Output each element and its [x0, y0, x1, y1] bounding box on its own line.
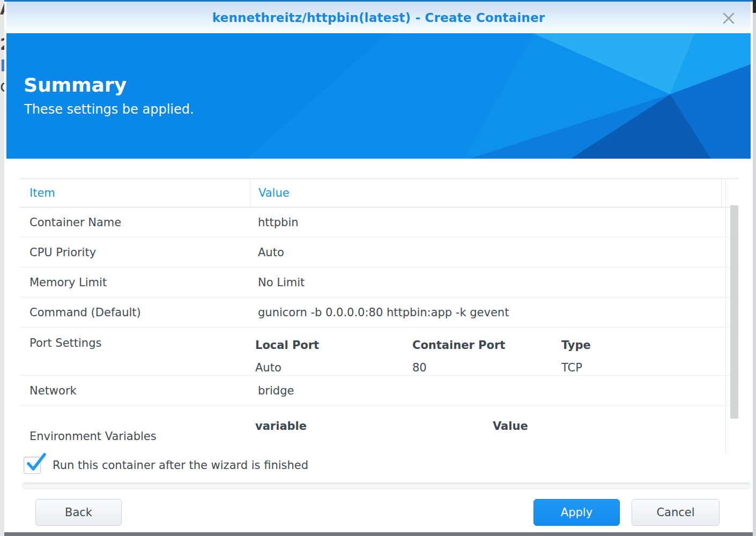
cancel-button[interactable]: Cancel — [632, 499, 720, 526]
table-row-network: Network bridge — [20, 376, 739, 406]
item-value: gunicorn -b 0.0.0.0:80 httpbin:app -k ge… — [250, 306, 509, 319]
item-value: No Limit — [250, 276, 305, 289]
horizontal-scrollbar[interactable] — [21, 482, 751, 489]
table-row-command: Command (Default) gunicorn -b 0.0.0.0:80… — [20, 297, 739, 327]
column-header-value[interactable]: Value — [250, 179, 721, 207]
summary-table: Item Value Container Name httpbin CPU Pr… — [20, 178, 739, 455]
banner-subheading: These settings be applied. — [24, 102, 194, 117]
checkmark-icon — [25, 452, 46, 472]
table-row-cpu-priority: CPU Priority Auto — [20, 237, 739, 267]
item-label: Command (Default) — [20, 306, 250, 319]
screen: A 2 R o kennethreitz/httpbin(latest) - C… — [0, 0, 756, 536]
column-header-spacer — [721, 179, 739, 207]
table-row-environment-variables: Environment Variables variable Value — [20, 406, 739, 455]
port-subheader-type: Type — [561, 339, 591, 352]
item-label: Memory Limit — [20, 276, 250, 289]
wizard-banner: Summary These settings be applied. — [6, 33, 751, 159]
vertical-scrollbar-thumb[interactable] — [730, 205, 738, 419]
background-right-strip — [753, 0, 756, 536]
port-subheader-container-port: Container Port — [412, 339, 505, 352]
env-subheader-value: Value — [493, 420, 528, 433]
apply-button[interactable]: Apply — [533, 499, 620, 526]
back-button[interactable]: Back — [35, 499, 122, 526]
env-subheader-variable: variable — [255, 420, 307, 433]
column-header-item[interactable]: Item — [20, 179, 250, 207]
dialog-title: kennethreitz/httpbin(latest) - Create Co… — [212, 11, 545, 25]
run-after-wizard-checkbox[interactable] — [24, 457, 41, 474]
item-label: Network — [20, 384, 250, 397]
port-value-type: TCP — [561, 361, 582, 374]
table-header-row: Item Value — [20, 178, 739, 207]
port-value-local: Auto — [255, 361, 281, 374]
item-label: Container Name — [20, 216, 250, 229]
create-container-dialog: kennethreitz/httpbin(latest) - Create Co… — [4, 0, 753, 532]
dialog-titlebar: kennethreitz/httpbin(latest) - Create Co… — [6, 2, 751, 33]
table-right-column-divider — [725, 178, 726, 455]
item-label: CPU Priority — [20, 246, 250, 259]
item-value: Auto — [250, 246, 284, 259]
banner-heading: Summary — [24, 74, 127, 96]
port-subheader-local-port: Local Port — [255, 339, 319, 352]
table-row-memory-limit: Memory Limit No Limit — [20, 267, 739, 297]
port-value-container: 80 — [412, 361, 427, 374]
item-label: Environment Variables — [20, 418, 250, 443]
item-value: httpbin — [250, 216, 299, 229]
run-after-wizard-label: Run this container after the wizard is f… — [53, 459, 308, 472]
table-row-container-name: Container Name httpbin — [20, 207, 739, 237]
run-after-wizard-row: Run this container after the wizard is f… — [24, 457, 308, 474]
item-label: Port Settings — [20, 327, 250, 349]
banner-facets-graphic — [6, 33, 751, 159]
close-icon[interactable] — [721, 10, 737, 26]
item-value: bridge — [250, 384, 294, 397]
table-row-port-settings: Port Settings Local Port Container Port … — [20, 327, 739, 376]
